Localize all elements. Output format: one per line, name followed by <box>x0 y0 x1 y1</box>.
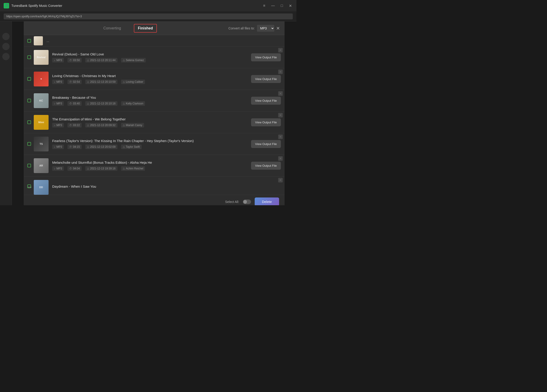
song-checkbox[interactable] <box>27 55 31 59</box>
album-art: KC <box>34 93 48 108</box>
remove-song-button[interactable]: ✕ <box>278 48 283 52</box>
close-button[interactable]: ✕ <box>288 3 293 8</box>
artist-badge: △ Loving Caliber <box>121 80 145 84</box>
song-checkbox[interactable] <box>27 142 31 146</box>
select-all-toggle[interactable] <box>243 199 251 204</box>
tabs-right: Convert all files to: MP3 AAC FLAC WAV M… <box>228 25 274 32</box>
menu-button[interactable]: ≡ <box>262 3 266 8</box>
tab-finished[interactable]: Finished <box>134 24 157 33</box>
song-info: Breakaway - Because of You ♪ MP3 ⏱ 03:40 <box>52 96 247 106</box>
remove-song-button[interactable]: ✕ <box>278 156 283 161</box>
song-list: ... Revival Revival (Deluxe) - Same Old … <box>24 35 285 195</box>
format-select[interactable]: MP3 AAC FLAC WAV M4A <box>257 25 274 32</box>
song-checkbox[interactable] <box>27 120 31 124</box>
dialog-close-button[interactable]: ✕ <box>276 26 280 31</box>
calendar-icon: △ <box>87 167 89 170</box>
song-meta: ♪ MP3 ⏱ 03:22 △ 2021-12-13 20:09:32 <box>52 123 247 127</box>
music-icon: ♪ <box>54 145 55 148</box>
calendar-icon: △ <box>87 124 89 127</box>
sidebar-item[interactable] <box>2 43 10 50</box>
list-item: AR Melancholie und Sturmflut (Bonus Trac… <box>24 155 285 177</box>
minimize-button[interactable]: — <box>270 3 276 8</box>
footer-bar: Select All: Delete <box>24 195 285 205</box>
app-icon: 🎵 <box>4 3 9 8</box>
song-title: Fearless (Taylor's Version): The Kissing… <box>52 139 247 143</box>
duration-badge: ⏱ 03:50 <box>68 58 82 62</box>
song-meta: ♪ MP3 ⏱ 02:54 △ 2021-12-13 20:10:59 <box>52 80 247 84</box>
artist-icon: △ <box>123 124 125 127</box>
url-input[interactable] <box>4 14 293 19</box>
remove-song-button[interactable]: ✕ <box>278 135 283 139</box>
converter-dialog: Converting Finished Convert all files to… <box>24 21 285 205</box>
clock-icon: ⏱ <box>69 59 72 62</box>
duration-badge: ⏱ 02:54 <box>68 80 82 84</box>
song-info: The Emancipation of Mimi - We Belong Tog… <box>52 117 247 127</box>
duration-badge: ⏱ 04:15 <box>68 144 82 149</box>
music-icon: ♪ <box>54 167 55 170</box>
song-checkbox[interactable]: — <box>27 185 31 188</box>
view-output-button[interactable]: View Output File <box>251 97 281 105</box>
remove-song-button[interactable]: ✕ <box>278 178 283 182</box>
date-badge: △ 2021-12-13 20:10:16 <box>85 101 117 106</box>
delete-button[interactable]: Delete <box>255 198 279 205</box>
remove-song-button[interactable]: ✕ <box>278 69 283 74</box>
select-all-label: Select All: <box>225 200 239 204</box>
artist-icon: △ <box>123 102 125 105</box>
format-badge: ♪ MP3 <box>52 144 64 149</box>
song-title: Melancholie und Sturmflut (Bonus Tracks … <box>52 161 247 165</box>
clock-icon: ⏱ <box>69 102 72 105</box>
list-item: Mimi The Emancipation of Mimi - We Belon… <box>24 111 285 133</box>
view-output-button[interactable]: View Output File <box>251 162 281 170</box>
clock-icon: ⏱ <box>69 145 72 148</box>
song-info: Fearless (Taylor's Version): The Kissing… <box>52 139 247 149</box>
duration-badge: ⏱ 03:22 <box>68 123 82 127</box>
remove-song-button[interactable]: ✕ <box>278 91 283 96</box>
song-title-partial: ... <box>47 39 49 43</box>
calendar-icon: △ <box>87 102 89 105</box>
format-badge: ♪ MP3 <box>52 101 64 106</box>
artist-icon: △ <box>123 80 125 83</box>
album-art <box>34 36 43 45</box>
album-art: TS <box>34 137 48 151</box>
maximize-button[interactable]: □ <box>280 3 284 8</box>
song-meta: ♪ MP3 ⏱ 04:15 △ 2021-12-13 20:02:09 <box>52 144 247 149</box>
app-title: TunesBank Spotify Music Converter <box>11 4 260 7</box>
list-item: ♥ Loving Christmas - Christmas In My Hea… <box>24 68 285 90</box>
view-output-button[interactable]: View Output File <box>251 53 281 61</box>
artist-badge: △ Taylor Swift <box>121 144 142 149</box>
song-info: Loving Christmas - Christmas In My Heart… <box>52 74 247 84</box>
clock-icon: ⏱ <box>69 124 72 127</box>
song-checkbox[interactable] <box>27 39 31 43</box>
song-title: Loving Christmas - Christmas In My Heart <box>52 74 247 78</box>
list-item: KC Breakaway - Because of You ♪ MP3 ⏱ 03… <box>24 90 285 111</box>
song-info: Daydream - When I Saw You <box>52 185 281 190</box>
music-icon: ♪ <box>54 124 55 127</box>
format-badge: ♪ MP3 <box>52 123 64 127</box>
sidebar-item[interactable] <box>2 53 10 60</box>
music-icon: ♪ <box>54 102 55 105</box>
album-art: Mimi <box>34 115 48 130</box>
artist-icon: △ <box>123 167 125 170</box>
sidebar-item[interactable] <box>2 33 10 40</box>
tab-converting[interactable]: Converting <box>100 24 124 32</box>
remove-song-button[interactable]: ✕ <box>278 113 283 117</box>
clock-icon: ⏱ <box>69 81 72 83</box>
view-output-button[interactable]: View Output File <box>251 118 281 126</box>
calendar-icon: △ <box>87 80 89 83</box>
view-output-button[interactable]: View Output File <box>251 140 281 148</box>
album-art: Revival <box>34 50 48 65</box>
date-badge: △ 2021-12-13 20:10:59 <box>85 80 117 84</box>
song-checkbox[interactable] <box>27 164 31 167</box>
album-art: ♥ <box>34 72 48 86</box>
address-bar <box>0 11 296 21</box>
song-title: Daydream - When I Saw You <box>52 185 281 188</box>
view-output-button[interactable]: View Output File <box>251 75 281 83</box>
format-badge: ♪ MP3 <box>52 80 64 84</box>
artist-badge: △ Kelly Clarkson <box>121 101 145 106</box>
left-sidebar <box>0 21 12 205</box>
song-info: Revival (Deluxe) - Same Old Love ♪ MP3 ⏱… <box>52 52 247 62</box>
song-info: Melancholie und Sturmflut (Bonus Tracks … <box>52 161 247 171</box>
song-checkbox[interactable] <box>27 99 31 102</box>
song-checkbox[interactable] <box>27 77 31 81</box>
tabs-bar: Converting Finished Convert all files to… <box>24 21 285 35</box>
